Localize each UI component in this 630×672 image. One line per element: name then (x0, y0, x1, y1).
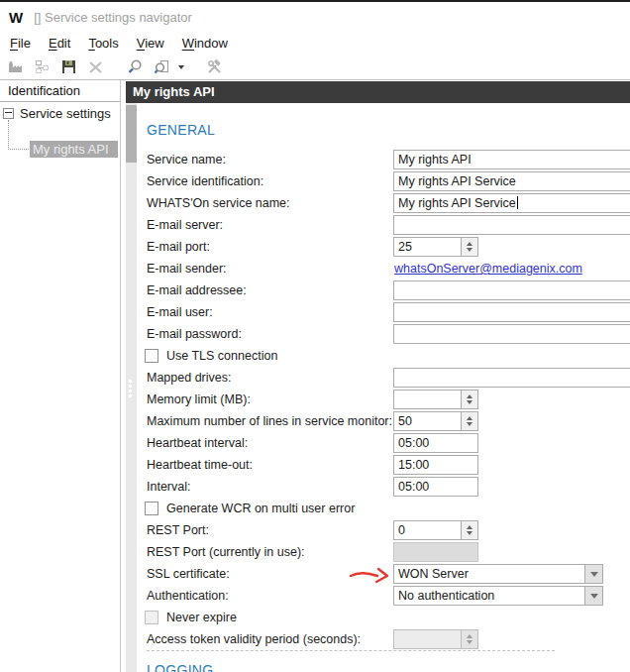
e-mail-port-value: 25 (398, 240, 412, 254)
row-rest-port-currently-in-use: REST Port (currently in use): (137, 542, 630, 564)
service-identification-label: Service identification: (147, 174, 263, 188)
access-token-validity-period-seconds-label: Access token validity period (seconds): (147, 632, 361, 646)
interval-value: 05:00 (398, 480, 429, 494)
e-mail-sender-link[interactable]: whatsOnServer@mediagenix.com (394, 262, 582, 276)
row-never-expire: Never expire (137, 608, 630, 629)
e-mail-user-label: E-mail user: (147, 305, 213, 319)
heartbeat-interval-label: Heartbeat interval: (147, 436, 248, 450)
row-ssl-certificate: SSL certificate:WON Server (137, 564, 630, 586)
rest-port-spinner[interactable] (461, 521, 477, 539)
maximum-number-of-lines-in-service-monitor-spinner[interactable] (461, 412, 477, 430)
navigation-panel: Identification Service settings My right… (0, 80, 121, 672)
collapse-icon[interactable] (3, 108, 14, 119)
menu-view[interactable]: View (128, 36, 173, 51)
menu-file[interactable]: File (1, 36, 40, 51)
detail-panel: GENERAL Service name:My rights APIServic… (137, 103, 630, 672)
row-whats-on-service-name: WHATS'On service name:My rights API Serv… (137, 193, 630, 215)
ssl-certificate-label: SSL certificate: (147, 567, 230, 581)
rest-port-label: REST Port: (147, 523, 209, 537)
row-mapped-drives: Mapped drives: (137, 368, 630, 390)
memory-limit-mb-spinner[interactable] (461, 391, 477, 408)
e-mail-port-label: E-mail port: (147, 240, 210, 254)
service-identification-input[interactable]: My rights API Service (393, 171, 630, 191)
window-title: [] Service settings navigator (34, 10, 192, 25)
whats-on-service-name-input[interactable]: My rights API Service (393, 193, 630, 213)
e-mail-sender-label: E-mail sender: (147, 262, 227, 276)
interval-label: Interval: (147, 480, 190, 494)
ssl-certificate-dropdown[interactable]: WON Server (393, 564, 603, 584)
search-icon[interactable] (124, 56, 147, 78)
rest-port-currently-in-use-input (393, 542, 478, 562)
left-scrollbar[interactable] (126, 103, 137, 672)
memory-limit-mb-label: Memory limit (MB): (147, 392, 251, 406)
row-generate-wcr-on-multi-user-error: Generate WCR on multi user error (137, 499, 630, 520)
customize-icon (203, 56, 226, 78)
save-icon[interactable] (57, 56, 80, 78)
use-tls-connection-checkbox[interactable] (145, 349, 158, 363)
mapped-drives-input[interactable] (393, 368, 630, 388)
heartbeat-time-out-input[interactable]: 15:00 (393, 455, 478, 475)
mapped-drives-label: Mapped drives: (147, 371, 231, 385)
new-service-icon (4, 56, 27, 78)
authentication-dropdown[interactable]: No authentication (393, 586, 603, 606)
interval-input[interactable]: 05:00 (393, 477, 478, 497)
ssl-certificate-dropdown-button[interactable] (584, 565, 602, 583)
row-service-identification: Service identification:My rights API Ser… (137, 171, 630, 193)
e-mail-password-label: E-mail password: (147, 327, 242, 341)
rest-port-input[interactable]: 0 (393, 520, 478, 540)
row-heartbeat-time-out: Heartbeat time-out:15:00 (137, 455, 630, 477)
row-e-mail-server: E-mail server: (137, 215, 630, 237)
search-document-icon[interactable] (151, 56, 173, 78)
row-heartbeat-interval: Heartbeat interval:05:00 (137, 433, 630, 455)
whats-on-service-name-label: WHATS'On service name: (147, 196, 290, 210)
generate-wcr-on-multi-user-error-label: Generate WCR on multi user error (166, 502, 355, 515)
e-mail-port-spinner[interactable] (461, 238, 477, 256)
authentication-dropdown-button[interactable] (584, 587, 602, 605)
heartbeat-time-out-label: Heartbeat time-out: (147, 458, 253, 472)
tree-item-label: Service settings (20, 106, 111, 121)
menubar: FileEditToolsViewWindow (0, 31, 630, 55)
section-heading-general: GENERAL (147, 122, 215, 138)
text-caret (517, 196, 518, 209)
e-mail-port-input[interactable]: 25 (393, 237, 478, 257)
heartbeat-time-out-value: 15:00 (398, 458, 429, 472)
menu-window[interactable]: Window (173, 36, 237, 51)
toolbar (0, 55, 630, 80)
heartbeat-interval-input[interactable]: 05:00 (393, 433, 478, 453)
e-mail-server-input[interactable] (393, 215, 630, 235)
search-document-icon-dropdown-caret[interactable] (178, 65, 184, 69)
e-mail-password-input[interactable] (393, 324, 630, 344)
authentication-value: No authentication (398, 589, 494, 603)
service-name-value: My rights API (398, 153, 472, 167)
tree-item-service-settings[interactable]: Service settings (3, 106, 111, 121)
row-e-mail-password: E-mail password: (137, 324, 630, 346)
service-identification-value: My rights API Service (398, 174, 516, 188)
row-memory-limit-mb: Memory limit (MB): (137, 390, 630, 411)
service-name-input[interactable]: My rights API (393, 150, 630, 169)
identification-header: Identification (0, 80, 120, 102)
e-mail-user-input[interactable] (393, 302, 630, 322)
splitter-grip[interactable] (129, 380, 133, 399)
memory-limit-mb-input[interactable] (393, 390, 478, 409)
heartbeat-interval-value: 05:00 (398, 436, 429, 450)
tree-item-my-rights-api-selected[interactable]: My rights API (30, 141, 118, 158)
maximum-number-of-lines-in-service-monitor-input[interactable]: 50 (393, 411, 478, 431)
row-authentication: Authentication:No authentication (137, 586, 630, 608)
e-mail-addressee-input[interactable] (393, 280, 630, 300)
tree-connector-line (8, 120, 9, 150)
scrollbar-thumb[interactable] (126, 105, 137, 163)
menu-edit[interactable]: Edit (40, 36, 79, 51)
menu-tools[interactable]: Tools (79, 36, 127, 51)
generate-wcr-on-multi-user-error-checkbox[interactable] (145, 502, 158, 515)
whats-on-service-name-value: My rights API Service (398, 196, 516, 210)
e-mail-addressee-label: E-mail addressee: (147, 283, 247, 297)
ssl-certificate-value: WON Server (398, 567, 469, 581)
rest-port-currently-in-use-label: REST Port (currently in use): (147, 545, 305, 559)
access-token-validity-period-seconds-spinner (461, 630, 477, 648)
row-service-name: Service name:My rights API (137, 150, 630, 171)
delete-icon (84, 56, 107, 78)
row-e-mail-addressee: E-mail addressee: (137, 280, 630, 302)
row-use-tls-connection: Use TLS connection (137, 346, 630, 368)
service-name-label: Service name: (147, 153, 226, 167)
row-rest-port: REST Port:0 (137, 520, 630, 542)
